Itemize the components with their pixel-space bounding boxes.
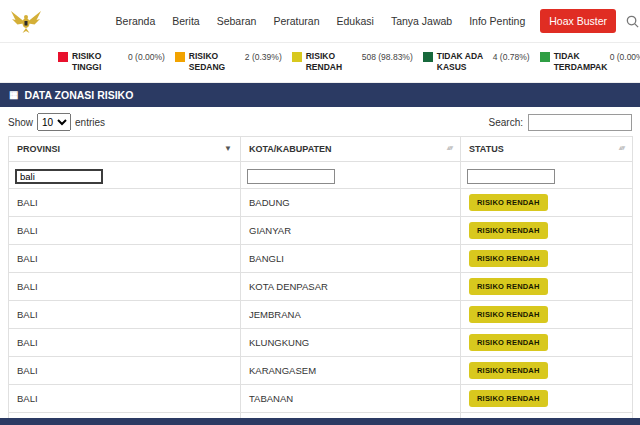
- cell-provinsi: BALI: [9, 329, 241, 357]
- legend-value: 0 (0.00%): [128, 52, 165, 62]
- cell-status: RISIKO RENDAH: [461, 301, 633, 329]
- filter-cell-kota: [241, 162, 461, 189]
- legend-swatch-green: [540, 52, 550, 62]
- cell-kota: KOTA DENPASAR: [241, 273, 461, 301]
- table-filter-row: [9, 162, 633, 189]
- nav-item-berita[interactable]: Berita: [172, 15, 199, 27]
- page-size-select[interactable]: 10: [37, 113, 71, 131]
- table-controls: Show 10 entries Search:: [0, 107, 640, 136]
- cell-provinsi: BALI: [9, 273, 241, 301]
- status-badge: RISIKO RENDAH: [469, 306, 548, 323]
- status-badge: RISIKO RENDAH: [469, 390, 548, 407]
- main-nav: Beranda Berita Sebaran Peraturan Edukasi…: [116, 15, 526, 27]
- legend-item-risiko-sedang: RISIKO SEDANG 2 (0.39%): [175, 51, 282, 73]
- status-badge: RISIKO RENDAH: [469, 334, 548, 351]
- nav-item-info-penting[interactable]: Info Penting: [469, 15, 525, 27]
- legend-value: 508 (98.83%): [362, 52, 413, 62]
- legend-swatch-yellow: [292, 52, 302, 62]
- cell-provinsi: BALI: [9, 357, 241, 385]
- status-badge: RISIKO RENDAH: [469, 278, 548, 295]
- table-row: BALI KOTA DENPASAR RISIKO RENDAH: [9, 273, 633, 301]
- filter-input-provinsi[interactable]: [15, 169, 103, 184]
- garuda-logo-icon[interactable]: [10, 4, 42, 38]
- nav-item-sebaran[interactable]: Sebaran: [217, 15, 257, 27]
- nav-item-peraturan[interactable]: Peraturan: [273, 15, 319, 27]
- filter-input-status[interactable]: [467, 169, 555, 184]
- cell-provinsi: BALI: [9, 301, 241, 329]
- cell-provinsi: BALI: [9, 189, 241, 217]
- cell-kota: GIANYAR: [241, 217, 461, 245]
- table-header-row: PROVINSI ▼ KOTA/KABUPATEN ▴▾ STATUS ▴▾: [9, 137, 633, 162]
- legend-item-risiko-rendah: RISIKO RENDAH 508 (98.83%): [292, 51, 413, 73]
- section-header: ▦ DATA ZONASI RISIKO: [0, 83, 640, 107]
- cell-provinsi: BALI: [9, 245, 241, 273]
- table-row: BALI BADUNG RISIKO RENDAH: [9, 189, 633, 217]
- legend-item-tidak-ada-kasus: TIDAK ADA KASUS 4 (0.78%): [423, 51, 530, 73]
- nav-item-beranda[interactable]: Beranda: [116, 15, 156, 27]
- cell-kota: KLUNGKUNG: [241, 329, 461, 357]
- legend-value: 4 (0.78%): [493, 52, 530, 62]
- legend-label: RISIKO TINGGI: [72, 51, 124, 73]
- cell-status: RISIKO RENDAH: [461, 273, 633, 301]
- column-header-provinsi[interactable]: PROVINSI ▼: [9, 137, 241, 162]
- cell-status: RISIKO RENDAH: [461, 217, 633, 245]
- table-row: BALI KARANGASEM RISIKO RENDAH: [9, 357, 633, 385]
- legend-label: RISIKO SEDANG: [189, 51, 241, 73]
- cell-status: RISIKO RENDAH: [461, 245, 633, 273]
- column-header-label: STATUS: [469, 144, 504, 154]
- cell-status: RISIKO RENDAH: [461, 329, 633, 357]
- section-title: DATA ZONASI RISIKO: [24, 89, 133, 101]
- table-search-input[interactable]: [528, 114, 632, 131]
- status-badge: RISIKO RENDAH: [469, 250, 548, 267]
- table-search-control: Search:: [489, 114, 632, 131]
- legend-swatch-red: [58, 52, 68, 62]
- cell-kota: TABANAN: [241, 385, 461, 413]
- filter-cell-status: [461, 162, 633, 189]
- legend-item-tidak-terdampak: TIDAK TERDAMPAK 0 (0.00%): [540, 51, 640, 73]
- legend-label: TIDAK ADA KASUS: [437, 51, 489, 73]
- sort-desc-icon[interactable]: ▼: [224, 144, 232, 153]
- legend-label: RISIKO RENDAH: [306, 51, 358, 73]
- nav-item-edukasi[interactable]: Edukasi: [337, 15, 374, 27]
- cell-status: RISIKO RENDAH: [461, 385, 633, 413]
- cell-kota: JEMBRANA: [241, 301, 461, 329]
- risk-zonation-table: PROVINSI ▼ KOTA/KABUPATEN ▴▾ STATUS ▴▾: [8, 136, 633, 425]
- cell-kota: KARANGASEM: [241, 357, 461, 385]
- page-size-control: Show 10 entries: [8, 113, 105, 131]
- column-header-label: KOTA/KABUPATEN: [249, 144, 332, 154]
- legend-swatch-orange: [175, 52, 185, 62]
- top-navbar: Beranda Berita Sebaran Peraturan Edukasi…: [0, 0, 640, 43]
- status-badge: RISIKO RENDAH: [469, 222, 548, 239]
- risk-legend: RISIKO TINGGI 0 (0.00%) RISIKO SEDANG 2 …: [0, 43, 640, 83]
- sort-both-icon[interactable]: ▴▾: [619, 144, 624, 152]
- sort-both-icon[interactable]: ▴▾: [447, 144, 452, 152]
- cell-kota: BANGLI: [241, 245, 461, 273]
- status-badge: RISIKO RENDAH: [469, 362, 548, 379]
- hoax-buster-button[interactable]: Hoax Buster: [540, 9, 616, 33]
- entries-label: entries: [75, 117, 105, 128]
- cell-provinsi: BALI: [9, 385, 241, 413]
- column-header-status[interactable]: STATUS ▴▾: [461, 137, 633, 162]
- table-row: BALI KLUNGKUNG RISIKO RENDAH: [9, 329, 633, 357]
- legend-swatch-dark-green: [423, 52, 433, 62]
- column-header-kota[interactable]: KOTA/KABUPATEN ▴▾: [241, 137, 461, 162]
- footer-bar: [0, 418, 640, 425]
- cell-status: RISIKO RENDAH: [461, 357, 633, 385]
- legend-value: 2 (0.39%): [245, 52, 282, 62]
- legend-label: TIDAK TERDAMPAK: [554, 51, 606, 73]
- cell-provinsi: BALI: [9, 217, 241, 245]
- nav-item-tanya-jawab[interactable]: Tanya Jawab: [391, 15, 452, 27]
- column-header-label: PROVINSI: [17, 144, 60, 154]
- cell-status: RISIKO RENDAH: [461, 189, 633, 217]
- filter-cell-provinsi: [9, 162, 241, 189]
- cell-kota: BADUNG: [241, 189, 461, 217]
- filter-input-kota[interactable]: [247, 169, 335, 184]
- legend-item-risiko-tinggi: RISIKO TINGGI 0 (0.00%): [58, 51, 165, 73]
- table-row: BALI GIANYAR RISIKO RENDAH: [9, 217, 633, 245]
- search-label: Search:: [489, 117, 523, 128]
- search-icon[interactable]: [625, 14, 640, 29]
- show-label: Show: [8, 117, 33, 128]
- legend-value: 0 (0.00%): [610, 52, 640, 62]
- table-row: BALI TABANAN RISIKO RENDAH: [9, 385, 633, 413]
- table-row: BALI JEMBRANA RISIKO RENDAH: [9, 301, 633, 329]
